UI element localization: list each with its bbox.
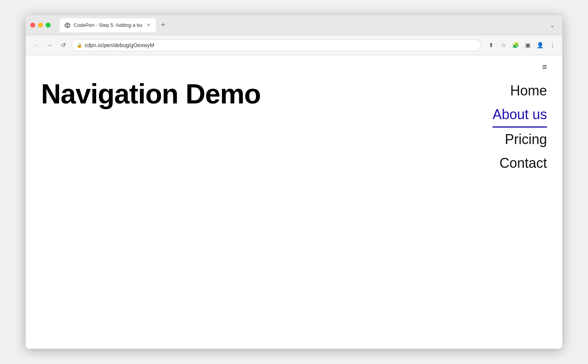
- traffic-lights: [30, 23, 51, 28]
- page-content: Navigation Demo ≡ Home About us Pricing …: [26, 55, 562, 349]
- url-text: cdpn.io/pen/debug/gOexwyM: [85, 42, 476, 48]
- forward-button[interactable]: →: [44, 40, 55, 51]
- close-button[interactable]: [30, 23, 35, 28]
- tab-dropdown-button[interactable]: ⌄: [547, 20, 558, 31]
- codepen-icon: [64, 22, 71, 28]
- sidebar-button[interactable]: ▣: [522, 40, 533, 51]
- tab-close-button[interactable]: ✕: [145, 22, 151, 28]
- nav-item-about[interactable]: About us: [493, 103, 547, 128]
- new-tab-button[interactable]: +: [158, 20, 168, 31]
- minimize-button[interactable]: [38, 23, 43, 28]
- tab-title: CodePen - Step 5: Adding a bu: [74, 22, 142, 28]
- nav-item-home[interactable]: Home: [510, 79, 547, 103]
- nav-item-contact[interactable]: Contact: [499, 151, 547, 175]
- lock-icon: 🔒: [77, 43, 82, 48]
- browser-window: CodePen - Step 5: Adding a bu ✕ + ⌄ ← → …: [26, 15, 562, 349]
- back-button[interactable]: ←: [30, 40, 41, 51]
- hamburger-icon[interactable]: ≡: [542, 63, 547, 71]
- maximize-button[interactable]: [46, 23, 51, 28]
- profile-button[interactable]: 👤: [535, 40, 545, 51]
- address-input[interactable]: 🔒 cdpn.io/pen/debug/gOexwyM: [72, 39, 481, 51]
- toolbar-icons: ⬆ ☆ 🧩 ▣ 👤 ⋮: [486, 40, 558, 51]
- reload-button[interactable]: ↺: [58, 40, 69, 51]
- tab-bar: CodePen - Step 5: Adding a bu ✕ + ⌄: [60, 18, 558, 32]
- bookmark-button[interactable]: ☆: [498, 40, 509, 51]
- share-button[interactable]: ⬆: [486, 40, 496, 51]
- address-bar: ← → ↺ 🔒 cdpn.io/pen/debug/gOexwyM ⬆ ☆ 🧩 …: [26, 35, 562, 55]
- page-title: Navigation Demo: [41, 78, 261, 110]
- nav-item-pricing[interactable]: Pricing: [505, 128, 547, 151]
- title-bar: CodePen - Step 5: Adding a bu ✕ + ⌄: [26, 15, 562, 35]
- extensions-button[interactable]: 🧩: [510, 40, 521, 51]
- menu-button[interactable]: ⋮: [547, 40, 558, 51]
- active-tab[interactable]: CodePen - Step 5: Adding a bu ✕: [60, 18, 156, 32]
- nav-sidebar: ≡ Home About us Pricing Contact: [493, 63, 547, 175]
